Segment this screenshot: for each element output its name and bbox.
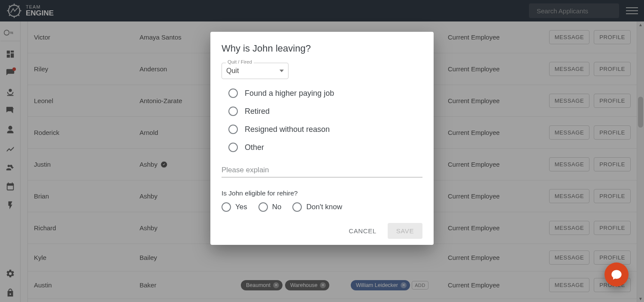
reason-label: Other [245, 143, 264, 152]
rehire-radio-group: YesNoDon't know [222, 202, 422, 212]
reason-label: Retired [245, 107, 270, 116]
select-label: Quit / Fired [226, 59, 254, 64]
chevron-down-icon [279, 70, 284, 72]
reason-option[interactable]: Other [228, 143, 422, 152]
quit-fired-select[interactable]: Quit / Fired Quit [222, 63, 289, 79]
leaving-dialog: Why is John leaving? Quit / Fired Quit F… [210, 32, 434, 245]
select-value: Quit [226, 67, 239, 75]
reason-option[interactable]: Retired [228, 107, 422, 116]
save-button[interactable]: SAVE [388, 223, 422, 239]
radio-icon [292, 202, 302, 212]
chat-icon [611, 268, 623, 281]
rehire-label: Yes [235, 203, 247, 211]
radio-icon [228, 107, 238, 116]
radio-icon [228, 88, 238, 98]
reason-label: Found a higher paying job [245, 89, 334, 98]
rehire-option[interactable]: Don't know [292, 202, 342, 212]
reason-label: Resigned without reason [245, 125, 330, 134]
rehire-option[interactable]: Yes [222, 202, 247, 212]
rehire-option[interactable]: No [258, 202, 282, 212]
cancel-button[interactable]: CANCEL [343, 223, 381, 239]
radio-icon [258, 202, 268, 212]
explain-input[interactable] [222, 163, 422, 177]
reason-option[interactable]: Found a higher paying job [228, 88, 422, 98]
dialog-title: Why is John leaving? [222, 43, 422, 54]
radio-icon [222, 202, 231, 212]
radio-icon [228, 125, 238, 134]
modal-overlay[interactable]: Why is John leaving? Quit / Fired Quit F… [0, 0, 644, 302]
rehire-label: Don't know [306, 203, 342, 211]
rehire-question: Is John eligible for rehire? [222, 189, 422, 197]
rehire-label: No [272, 203, 282, 211]
help-fab[interactable] [605, 262, 629, 287]
reason-option[interactable]: Resigned without reason [228, 125, 422, 134]
reason-radio-group: Found a higher paying jobRetiredResigned… [228, 88, 422, 152]
radio-icon [228, 143, 238, 152]
